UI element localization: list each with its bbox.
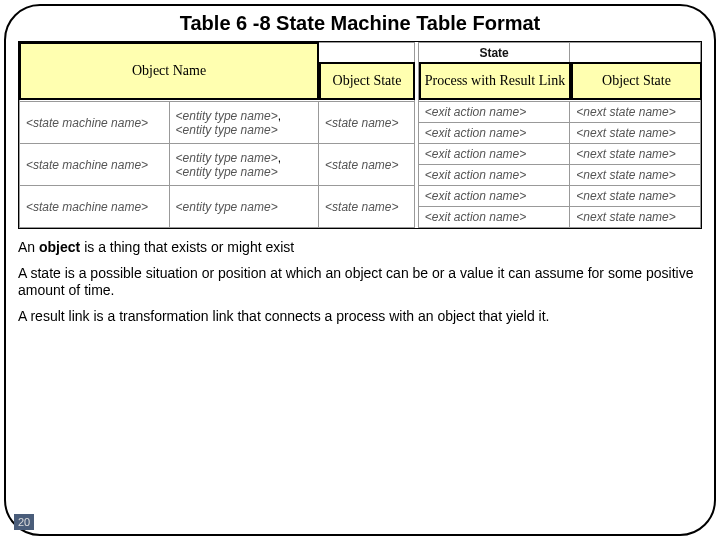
cell-state: state name: [325, 200, 398, 214]
definition-state: A state is a possible situation or posit…: [18, 265, 702, 300]
overlay-object-name: Object Name: [19, 42, 319, 100]
cell-exit-action: exit action name: [425, 210, 526, 224]
definition-result-link: A result link is a transformation link t…: [18, 308, 702, 326]
cell-entity-b: entity type name: [176, 123, 278, 137]
table-wrapper: Object Name Object State Process with Re…: [18, 41, 702, 229]
cell-next-state: next state name: [576, 105, 675, 119]
cell-exit-action: exit action name: [425, 126, 526, 140]
cell-next-state: next state name: [576, 189, 675, 203]
cell-entity-a: entity type name: [176, 109, 278, 123]
overlay-object-state: Object State: [319, 62, 415, 100]
page-number: 20: [14, 514, 34, 530]
cell-state: state name: [325, 158, 398, 172]
cell-sm-name: state machine name: [26, 158, 148, 172]
cell-sm-name: state machine name: [26, 200, 148, 214]
cell-entity-b: entity type name: [176, 165, 278, 179]
cell-entity: entity type name: [176, 200, 278, 214]
cell-exit-action: exit action name: [425, 168, 526, 182]
table-title: Table 6 -8 State Machine Table Format: [0, 12, 720, 35]
cell-state: state name: [325, 116, 398, 130]
cell-next-state: next state name: [576, 168, 675, 182]
cell-next-state: next state name: [576, 210, 675, 224]
cell-entity-a: entity type name: [176, 151, 278, 165]
header-state: State: [418, 43, 570, 64]
cell-exit-action: exit action name: [425, 147, 526, 161]
definition-object: An object is a thing that exists or migh…: [18, 239, 702, 257]
cell-next-state: next state name: [576, 126, 675, 140]
cell-exit-action: exit action name: [425, 105, 526, 119]
cell-next-state: next state name: [576, 147, 675, 161]
cell-sm-name: state machine name: [26, 116, 148, 130]
cell-exit-action: exit action name: [425, 189, 526, 203]
overlay-object-state-2: Object State: [571, 62, 702, 100]
overlay-process-link: Process with Result Link: [419, 62, 571, 100]
